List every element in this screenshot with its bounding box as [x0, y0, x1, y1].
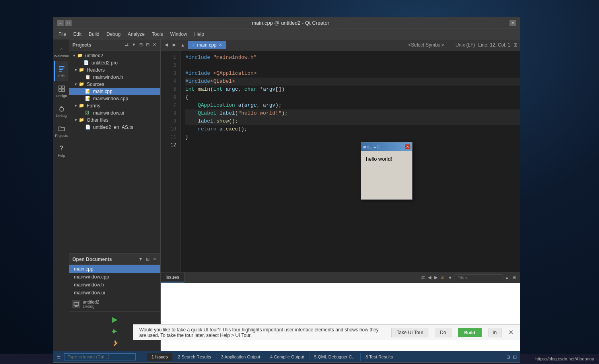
bottom-tab-issues[interactable]: Issues	[161, 273, 185, 282]
status-tab-appout[interactable]: 3 Application Output	[216, 353, 265, 361]
issues-expand-icon[interactable]: ⊞	[511, 274, 517, 280]
tree-item-otherfiles[interactable]: ▼ 📁 Other files	[69, 117, 160, 124]
tree-label-forms: Forms	[87, 103, 100, 109]
popup-close-button[interactable]: ✕	[405, 144, 410, 150]
panel-sync-icon[interactable]: ⇄	[124, 42, 129, 48]
nav-up-button[interactable]: ▲	[179, 42, 187, 48]
panel-filter-icon[interactable]: ▼	[131, 42, 137, 48]
select-symbol-dropdown[interactable]: <Select Symbol>	[408, 42, 444, 48]
tree-item-ts[interactable]: ▶ 📄 untitled2_en_AS.ts	[69, 124, 160, 131]
code-line-8: QLabel label("hello world!");	[185, 109, 520, 117]
debug-run-button[interactable]	[109, 327, 121, 336]
issues-filter-input[interactable]	[455, 274, 502, 281]
sidebar-item-projects[interactable]: Projects	[54, 121, 68, 141]
status-icon-left[interactable]: ⊞	[506, 354, 510, 360]
menu-edit[interactable]: Edit	[70, 30, 85, 38]
sidebar-item-help[interactable]: ? Help	[54, 141, 68, 161]
status-hide-button[interactable]: ☰	[56, 354, 61, 360]
tree-item-mainwindowcpp[interactable]: ▶ 📝 mainwindow.cpp	[69, 95, 160, 102]
take-tour-button[interactable]: Take UI Tour	[391, 328, 428, 337]
issues-filter-icon[interactable]: ▼	[447, 275, 453, 280]
svg-line-10	[60, 107, 61, 108]
minimize-button[interactable]: –	[57, 20, 64, 26]
code-editor[interactable]: 1 2 3 4 5 6 7 8 9 10 11 12 #include "m	[161, 51, 520, 272]
projects-panel-header: Projects ⇄ ▼ ⊞ ⊟ ✕	[69, 39, 160, 51]
cursor-position: Line: 12, Col: 1	[478, 42, 510, 48]
menu-build[interactable]: Build	[86, 30, 103, 38]
locate-input[interactable]	[64, 353, 136, 360]
menu-debug[interactable]: Debug	[103, 30, 124, 38]
status-right: ⊞ ⊟	[506, 354, 517, 360]
bottom-panel-tabs: Issues ⇄ ◀ ▶ ⚠ ▼ ▲ ⊞	[161, 272, 520, 283]
open-doc-mainwindowui[interactable]: mainwindow.ui	[69, 289, 160, 297]
open-docs-expand-icon[interactable]: ⊞	[145, 256, 150, 262]
tree-item-sources[interactable]: ▼ 📁 Sources	[69, 81, 160, 88]
help-icon: ?	[58, 144, 66, 152]
popup-title: unt... – □	[363, 144, 380, 149]
svg-rect-3	[59, 71, 62, 72]
build-progress-bar: Build	[458, 328, 482, 337]
open-docs-close-icon[interactable]: ✕	[152, 256, 157, 262]
menu-tools[interactable]: Tools	[149, 30, 166, 38]
code-content[interactable]: #include "mainwindow.h" #include <QAppli…	[181, 51, 520, 272]
issues-next-icon[interactable]: ▶	[434, 274, 438, 280]
tour-in-button[interactable]: in	[488, 328, 502, 337]
build-hammer-button[interactable]	[109, 339, 121, 348]
editor-tab-maincpp[interactable]: ● main.cpp ✕	[188, 41, 226, 49]
svg-rect-18	[115, 341, 116, 343]
open-doc-maincpp[interactable]: main.cpp	[69, 265, 160, 273]
sidebar-item-design[interactable]: Design	[54, 81, 68, 101]
status-tab-compile[interactable]: 4 Compile Output	[265, 353, 309, 361]
projects-icon	[58, 125, 66, 132]
editor-tab-close-icon[interactable]: ✕	[219, 43, 222, 47]
nav-back-button[interactable]: ◀	[163, 42, 169, 48]
menu-window[interactable]: Window	[167, 30, 191, 38]
sidebar-item-debug[interactable]: Debug	[54, 101, 68, 121]
panel-close-icon[interactable]: ✕	[152, 42, 157, 48]
open-doc-mainwindowh[interactable]: mainwindow.h	[69, 281, 160, 289]
tree-item-mainwindowh[interactable]: ▶ 📋 mainwindow.h	[69, 74, 160, 81]
line-num-9: 9	[161, 117, 180, 125]
tree-item-headers[interactable]: ▼ 📁 Headers	[69, 66, 160, 74]
sidebar-item-welcome[interactable]: ⌂ Welcome	[54, 41, 68, 61]
sidebar-item-edit[interactable]: Edit	[54, 61, 68, 81]
tour-close-button[interactable]: ✕	[508, 329, 513, 336]
welcome-icon: ⌂	[58, 45, 66, 53]
tree-item-root[interactable]: ▼ 📁 untitled2	[69, 52, 160, 59]
title-bar: – □ main.cpp @ untitled2 - Qt Creator ✕	[53, 17, 520, 29]
line-num-10: 10	[161, 125, 180, 133]
tree-item-mainwindowui[interactable]: ▶ 🖼 mainwindow.ui	[69, 109, 160, 117]
status-tab-issues[interactable]: 1 Issues	[147, 353, 173, 361]
status-icon-right[interactable]: ⊟	[513, 354, 517, 360]
open-docs-icons: ▼ ⊞ ✕	[138, 256, 157, 262]
split-editor-button[interactable]: ⊞	[513, 42, 517, 48]
menu-analyze[interactable]: Analyze	[124, 30, 148, 38]
issues-sync-icon[interactable]: ⇄	[420, 274, 426, 280]
code-line-7: QApplication a(argc, argv);	[185, 101, 520, 109]
issues-warning-icon[interactable]: ⚠	[440, 274, 445, 280]
debug-device-item[interactable]: untitled2 Debug	[69, 297, 160, 311]
tree-label-other: Other files	[87, 117, 109, 123]
open-doc-mainwindowcpp[interactable]: mainwindow.cpp	[69, 273, 160, 281]
open-docs-title: Open Documents	[72, 257, 112, 262]
panel-expand-icon[interactable]: ⊞	[138, 42, 144, 48]
issues-prev-icon[interactable]: ◀	[427, 274, 432, 280]
nav-forward-button[interactable]: ▶	[171, 42, 177, 48]
issues-up-icon[interactable]: ▲	[504, 275, 510, 280]
tree-label-maincpp: main.cpp	[93, 89, 113, 94]
menu-help[interactable]: Help	[191, 30, 208, 38]
close-button[interactable]: ✕	[510, 20, 516, 26]
status-tab-qml[interactable]: 5 QML Debugger C...	[309, 353, 361, 361]
tree-item-forms[interactable]: ▼ 📁 Forms	[69, 102, 160, 109]
open-docs-sort-icon[interactable]: ▼	[138, 256, 144, 262]
do-not-button[interactable]: Do	[435, 328, 451, 337]
panel-collapse-icon[interactable]: ⊟	[145, 42, 150, 48]
panel-header-icons: ⇄ ▼ ⊞ ⊟ ✕	[124, 42, 157, 48]
tree-item-pro[interactable]: ▶ 📄 untitled2.pro	[69, 59, 160, 66]
maximize-button[interactable]: □	[65, 20, 72, 26]
tree-item-maincpp[interactable]: ▶ 📝 main.cpp	[69, 88, 160, 95]
status-tab-test[interactable]: 8 Test Results	[361, 353, 398, 361]
menu-file[interactable]: File	[55, 30, 69, 38]
run-button[interactable]: ▶	[109, 315, 121, 324]
status-tab-search[interactable]: 2 Search Results	[173, 353, 216, 361]
